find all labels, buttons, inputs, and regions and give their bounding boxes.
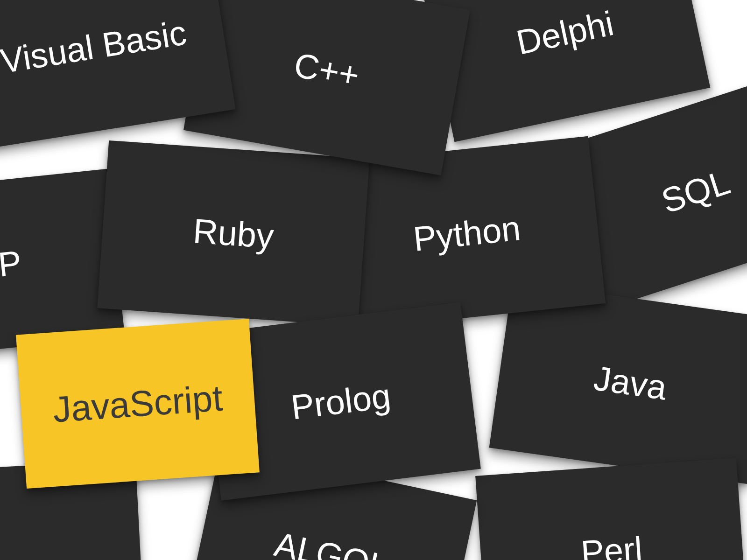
card-label: Java xyxy=(592,358,669,407)
card-label: Visual Basic xyxy=(0,13,189,81)
card-javascript: JavaScript xyxy=(16,319,260,489)
card-label: Python xyxy=(411,208,522,259)
card-label: ALGOL xyxy=(271,524,392,560)
card-label: Perl xyxy=(579,529,643,560)
card-java: Java xyxy=(489,281,747,484)
card-python: Python xyxy=(328,136,606,331)
card-ruby: Ruby xyxy=(97,140,370,326)
card-pile: SQL PHP Java Perl ALGOL Delphi Python Ru… xyxy=(0,0,747,560)
card-label: JavaScript xyxy=(51,377,224,431)
card-label: C++ xyxy=(291,45,363,95)
card-label: SQL xyxy=(656,162,734,221)
card-label: PHP xyxy=(0,243,23,289)
card-perl: Perl xyxy=(475,458,747,560)
card-label: Ruby xyxy=(192,211,275,256)
card-label: Delphi xyxy=(513,3,617,63)
card-label: Prolog xyxy=(289,376,393,427)
